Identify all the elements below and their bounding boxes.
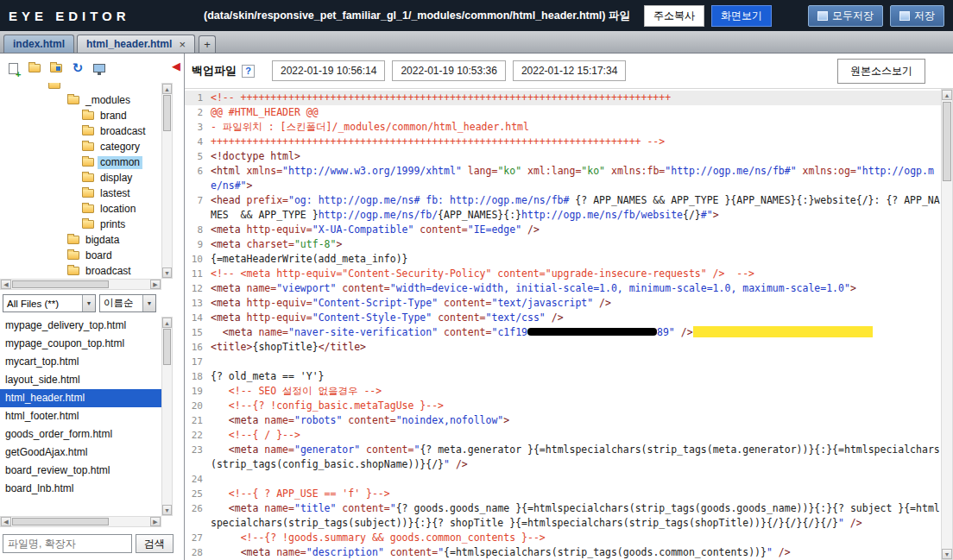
code-line-1[interactable]: 1<!-- ++++++++++++++++++++++++++++++++++… — [185, 91, 941, 105]
scroll-left-button[interactable]: ◀ — [1, 517, 11, 526]
scroll-left-button[interactable]: ◀ — [1, 280, 11, 289]
list-item-board_review_top.html[interactable]: board_review_top.html — [0, 462, 161, 480]
file-type-select[interactable]: All Files (**) ▼ — [3, 294, 96, 312]
tree-item-prints[interactable]: prints — [0, 217, 161, 232]
code-line-3[interactable]: 3- 파일위치 : [스킨폴더]/_modules/common/html_he… — [185, 120, 941, 135]
tree-item-display[interactable]: display — [0, 170, 161, 186]
scroll-up-button[interactable]: ▲ — [942, 90, 952, 100]
code-line-21[interactable]: 21 <meta name="robots" content="noindex,… — [185, 413, 941, 428]
code-line-10[interactable]: 10{=metaHeaderWrite(add_meta_info)} — [185, 252, 941, 267]
list-item-mycart_top.html[interactable]: mycart_top.html — [0, 353, 161, 371]
code-line-18[interactable]: 18{? old_meta == 'Y'} — [185, 369, 941, 384]
code-line-23[interactable]: 23 <meta name="generator" content="{? me… — [185, 443, 941, 472]
scrollbar-thumb[interactable] — [12, 280, 109, 288]
new-tab-button[interactable]: + — [199, 35, 216, 53]
list-item-mypage_delivery_top.html[interactable]: mypage_delivery_top.html — [0, 317, 161, 335]
backup-timestamp-button[interactable]: 2022-01-19 10:53:36 — [392, 60, 505, 81]
code-line-2[interactable]: 2@@ #HTML_HEADER @@ — [185, 105, 941, 120]
code-token: "http://ogp.me/ns/fb#" — [665, 165, 796, 177]
code-line-12[interactable]: 12<meta name="viewport" content="width=d… — [185, 281, 941, 296]
code-text: <!-- SEO 설정이 없을경우 --> — [211, 384, 941, 399]
view-source-button[interactable]: 원본소스보기 — [837, 59, 925, 84]
code-line-5[interactable]: 5<!doctype html> — [185, 149, 941, 164]
tab-index.html[interactable]: index.html — [3, 35, 74, 53]
tree-item-location[interactable]: location — [0, 201, 161, 217]
list-item-layout_side.html[interactable]: layout_side.html — [0, 371, 161, 389]
list-vertical-scrollbar[interactable]: ▲ ▼ — [161, 317, 173, 516]
code-editor[interactable]: 1<!-- ++++++++++++++++++++++++++++++++++… — [185, 88, 953, 560]
code-line-27[interactable]: 27 <!--{? !goods.summary && goods.common… — [185, 531, 941, 545]
code-line-4[interactable]: 4+++++++++++++++++++++++++++++++++++++++… — [185, 135, 941, 149]
tree-item-root[interactable] — [0, 83, 161, 92]
scroll-down-button[interactable]: ▼ — [162, 267, 172, 278]
close-tab-icon[interactable]: × — [179, 38, 186, 51]
scroll-right-button[interactable]: ▶ — [150, 280, 161, 289]
scroll-up-button[interactable]: ▲ — [162, 318, 172, 328]
tree-item-broadcast[interactable]: broadcast — [0, 263, 161, 279]
code-token: content= — [390, 546, 438, 558]
code-token: http://ogp.me/ns/fb/ — [319, 209, 438, 221]
backup-timestamp-button[interactable]: 2022-01-19 10:56:14 — [272, 60, 385, 81]
code-line-16[interactable]: 16<title>{shopTitle}</title> — [185, 340, 941, 355]
code-line-8[interactable]: 8<meta http-equiv="X-UA-Compatible" cont… — [185, 223, 941, 237]
code-line-15[interactable]: 15 <meta name="naver-site-verification" … — [185, 325, 941, 340]
tree-item-board[interactable]: board — [0, 248, 161, 263]
tree-item-_modules[interactable]: _modules — [0, 92, 161, 108]
save-button[interactable]: 저장 — [890, 5, 944, 27]
help-icon[interactable]: ? — [242, 65, 255, 78]
tree-item-brand[interactable]: brand — [0, 108, 161, 123]
tab-html_header.html[interactable]: html_header.html× — [77, 35, 195, 53]
scrollbar-thumb[interactable] — [163, 329, 171, 365]
code-line-25[interactable]: 25 <!--{ ? APP_USE == 'f' }--> — [185, 487, 941, 501]
collapse-sidebar-button[interactable]: ◀ — [172, 60, 180, 72]
new-file-button[interactable]: + — [4, 60, 22, 77]
scrollbar-thumb[interactable] — [163, 95, 171, 131]
save-all-button[interactable]: 모두저장 — [808, 5, 883, 27]
code-line-24[interactable]: 24 — [185, 472, 941, 487]
refresh-button[interactable]: ↻ — [69, 60, 86, 77]
code-line-20[interactable]: 20 <!--{? !config_basic.metaTagUse }--> — [185, 399, 941, 413]
scroll-down-button[interactable]: ▼ — [162, 505, 172, 515]
editor-vertical-scrollbar[interactable]: ▲ ▼ — [941, 89, 953, 560]
save-to-folder-button[interactable] — [47, 60, 65, 77]
tree-horizontal-scrollbar[interactable]: ◀ ▶ — [0, 279, 161, 290]
code-line-13[interactable]: 13<meta http-equiv="Content-Script-Type"… — [185, 296, 941, 311]
list-item-board_lnb.html[interactable]: board_lnb.html — [0, 480, 161, 498]
scroll-down-button[interactable]: ▼ — [942, 549, 952, 559]
scrollbar-thumb[interactable] — [12, 518, 109, 525]
tree-item-common[interactable]: common — [0, 154, 161, 170]
copy-url-button[interactable]: 주소복사 — [644, 5, 704, 27]
tree-vertical-scrollbar[interactable]: ▲ ▼ — [161, 83, 173, 279]
code-line-28[interactable]: 28 <meta name="description" content="{=h… — [185, 545, 941, 560]
sort-select[interactable]: 이름순 ▼ — [99, 294, 156, 312]
list-horizontal-scrollbar[interactable]: ◀ ▶ — [0, 516, 161, 527]
code-line-11[interactable]: 11<!-- <meta http-equiv="Content-Securit… — [185, 267, 941, 281]
list-item-mypage_coupon_top.html[interactable]: mypage_coupon_top.html — [0, 335, 161, 353]
search-button[interactable]: 검색 — [136, 534, 174, 553]
code-line-14[interactable]: 14<meta http-equiv="Content-Style-Type" … — [185, 311, 941, 325]
scrollbar-thumb[interactable] — [943, 102, 951, 181]
code-line-7[interactable]: 7<head prefix="og: http://ogp.me/ns# fb:… — [185, 193, 941, 223]
list-item-html_header.html[interactable]: html_header.html — [0, 389, 161, 407]
code-line-19[interactable]: 19 <!-- SEO 설정이 없을경우 --> — [185, 384, 941, 399]
backup-timestamp-button[interactable]: 2022-01-12 15:17:34 — [513, 60, 626, 81]
code-line-26[interactable]: 26 <meta name="title" content="{? goods.… — [185, 501, 941, 531]
preview-screen-button[interactable] — [91, 60, 108, 77]
code-line-22[interactable]: 22 <!--{ / }--> — [185, 428, 941, 443]
scroll-up-button[interactable]: ▲ — [162, 84, 172, 94]
code-line-17[interactable]: 17 — [185, 355, 941, 369]
list-item-goods_order_form.html[interactable]: goods_order_form.html — [0, 425, 161, 444]
file-list: mypage_delivery_top.htmlmypage_coupon_to… — [0, 317, 161, 516]
tree-item-bigdata[interactable]: bigdata — [0, 232, 161, 248]
scroll-right-button[interactable]: ▶ — [150, 517, 161, 526]
file-search-input[interactable] — [3, 534, 132, 553]
tree-item-broadcast[interactable]: broadcast — [0, 123, 161, 139]
preview-button[interactable]: 화면보기 — [711, 5, 772, 27]
tree-item-category[interactable]: category — [0, 139, 161, 154]
new-folder-button[interactable] — [26, 60, 43, 77]
code-line-9[interactable]: 9<meta charset="utf-8"> — [185, 237, 941, 252]
tree-item-lastest[interactable]: lastest — [0, 186, 161, 201]
list-item-html_footer.html[interactable]: html_footer.html — [0, 407, 161, 425]
code-line-6[interactable]: 6<html xmlns="http://www.w3.org/1999/xht… — [185, 164, 941, 193]
list-item-getGoodAjax.html[interactable]: getGoodAjax.html — [0, 444, 161, 462]
